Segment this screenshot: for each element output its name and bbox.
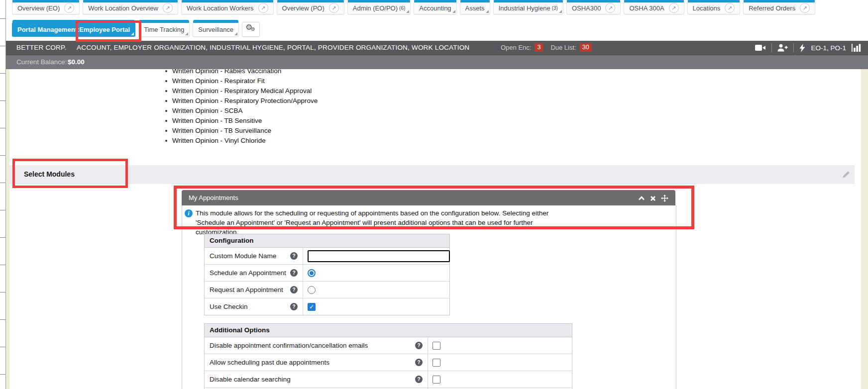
help-question-icon[interactable]: ? [290,269,298,277]
tab-label: Work Location Overview [88,4,158,12]
tab-accounting[interactable]: Accounting [414,2,456,14]
list-item: Written Opinion - Respiratory Medical Ap… [164,86,318,96]
row-label: Disable appointment confirmation/cancell… [210,337,368,354]
popout-icon[interactable]: ↗ [605,3,615,13]
tab-overview-eo[interactable]: Overview (EO) ↗ [12,2,80,14]
popout-icon[interactable]: ↗ [163,3,173,13]
popout-icon[interactable]: ↗ [258,3,268,13]
company-name: BETTER CORP. [16,44,66,51]
popout-icon[interactable]: ↗ [329,3,339,13]
video-camera-icon[interactable] [755,44,766,51]
tab-assets[interactable]: Assets [460,2,490,14]
divider [793,43,794,52]
tab-label: Assets [465,4,485,12]
tab-bar-primary: Overview (EO) ↗ Work Location Overview ↗… [12,2,815,14]
help-question-icon[interactable]: ? [415,376,423,383]
info-icon: i [185,209,193,217]
open-enc-badge[interactable]: 3 [535,43,543,52]
tab-label: Industrial Hygiene [499,4,550,12]
tab-work-location-overview[interactable]: Work Location Overview ↗ [83,2,178,14]
help-question-icon[interactable]: ? [415,359,423,366]
tab-count-badge: (3) [552,5,558,11]
disable-confirmation-emails-checkbox[interactable] [433,342,440,350]
tab-overview-po[interactable]: Overview (PO) ↗ [277,2,344,14]
balance-label: Current Balance: [16,58,67,66]
popout-icon[interactable]: ↗ [669,3,679,13]
tab-label: Time Tracking [144,26,184,33]
list-item: Written Opinion - Respirator Fit [164,76,318,86]
custom-module-name-input[interactable] [308,250,450,262]
row-label: Disable calendar searching [210,371,291,388]
list-item: Written Opinion - TB Sensitive [164,116,318,126]
tab-label: Locations [693,4,721,12]
tab-bar-secondary: Portal Management:Employee Portal Time T… [12,22,260,37]
schedule-appointment-radio[interactable] [308,269,316,277]
table-row: Use Checkin ? ✓ [205,298,449,315]
column-divider [303,282,303,298]
column-divider [303,265,303,281]
lightning-icon[interactable] [799,44,805,52]
tab-osha300[interactable]: OSHA300 ↗ [566,2,621,14]
tab-osha-300a[interactable]: OSHA 300A ↗ [624,2,684,14]
collapse-chevron-icon[interactable] [638,195,645,201]
popout-icon[interactable]: ↗ [800,3,810,13]
tab-label: Overview (EO) [17,4,60,12]
balance-bar: Current Balance: $0.00 [5,55,868,69]
column-divider [428,371,428,388]
bar-chart-icon[interactable] [852,44,861,52]
gear-icon: ⚙ [251,27,255,32]
tab-admin-eo-po[interactable]: Admin (EO/PO) (6) [347,2,411,14]
environment-label: EO-1, PO-1 [811,44,846,52]
tab-work-location-workers[interactable]: Work Location Workers ↗ [181,2,274,14]
remove-module-icon[interactable] [650,195,656,201]
use-checkin-checkbox[interactable]: ✓ [308,303,316,311]
table-row: Request an Appointment ? [205,282,449,298]
edit-pencil-icon[interactable] [842,170,851,181]
request-appointment-radio[interactable] [308,286,316,294]
tab-label: Admin (EO/PO) [353,4,398,12]
allow-past-due-checkbox[interactable] [433,359,440,367]
tab-count-badge: (6) [399,5,405,11]
configuration-table: Configuration Custom Module Name ? Sched… [204,234,450,315]
help-question-icon[interactable]: ? [290,252,298,260]
add-person-icon[interactable] [777,44,788,52]
header-icons: EO-1, PO-1 [755,43,861,52]
tab-surveillance[interactable]: Surveillance [193,22,239,37]
tab-referred-orders[interactable]: Referred Orders ↗ [743,2,815,14]
help-question-icon[interactable]: ? [290,303,298,310]
help-question-icon[interactable]: ? [290,286,298,293]
column-divider [303,298,303,315]
tab-industrial-hygiene[interactable]: Industrial Hygiene (3) [493,2,563,14]
row-label: Use Checkin [210,298,248,315]
row-label: Schedule an Appointment [210,265,286,281]
tab-portal-management-employee-portal[interactable]: Portal Management:Employee Portal [12,22,135,37]
list-item: Written Opinion - SCBA [164,106,318,116]
tab-label: Accounting [419,4,451,12]
popout-icon[interactable]: ↗ [64,3,74,13]
popout-icon[interactable]: ↗ [725,3,735,13]
module-title-bar[interactable]: My Appointments [182,190,675,205]
left-ruler-column [0,0,6,389]
tab-label: Referred Orders [749,4,795,12]
disable-calendar-searching-checkbox[interactable] [433,376,440,384]
row-label: Request an Appointment [210,282,283,298]
divider [771,43,772,52]
written-opinion-list: Written Opinion - Rabies Vaccination Wri… [164,66,318,146]
configuration-table-header: Configuration [205,234,449,248]
tab-settings-gear-button[interactable]: ⚙ ⚙ [242,22,260,37]
left-margin-strip [6,69,9,389]
tab-label: Overview (PO) [282,4,325,12]
open-enc-label: Open Enc: [501,44,531,51]
tab-label: OSHA 300A [629,4,664,12]
help-question-icon[interactable]: ? [415,342,423,349]
due-list-badge[interactable]: 30 [580,43,592,52]
context-categories: ACCOUNT, EMPLOYER ORGANIZATION, INDUSTRI… [77,44,469,51]
move-module-icon[interactable] [661,194,668,202]
tab-label: OSHA300 [572,4,601,12]
module-info-note: i This module allows for the scheduling … [185,208,672,237]
tab-time-tracking[interactable]: Time Tracking [138,22,190,37]
additional-options-table: Additional Options Disable appointment c… [204,323,572,389]
tab-locations[interactable]: Locations ↗ [687,2,741,14]
list-item: Written Opinion - Vinyl Chloride [164,136,318,146]
encounter-counters: Open Enc: 3 Due List: 30 [501,43,592,52]
